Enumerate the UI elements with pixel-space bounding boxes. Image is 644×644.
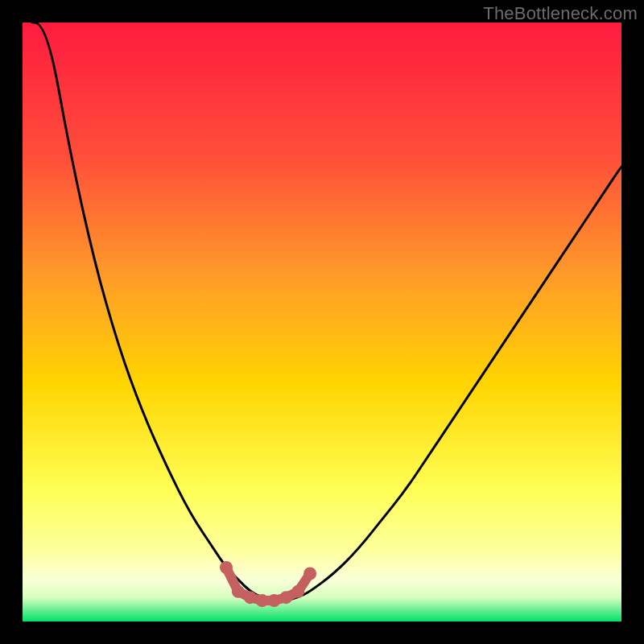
optimal-range-marker bbox=[232, 585, 245, 598]
optimal-range-marker bbox=[268, 594, 281, 607]
watermark-text: TheBottleneck.com bbox=[483, 3, 638, 24]
bottleneck-chart bbox=[23, 23, 621, 621]
optimal-range-marker bbox=[279, 591, 292, 604]
optimal-range-marker bbox=[244, 591, 257, 604]
chart-frame bbox=[23, 23, 621, 621]
optimal-range-marker bbox=[303, 568, 316, 580]
optimal-range-marker bbox=[220, 561, 233, 574]
optimal-range-marker bbox=[256, 594, 269, 607]
optimal-range-marker bbox=[291, 585, 304, 598]
